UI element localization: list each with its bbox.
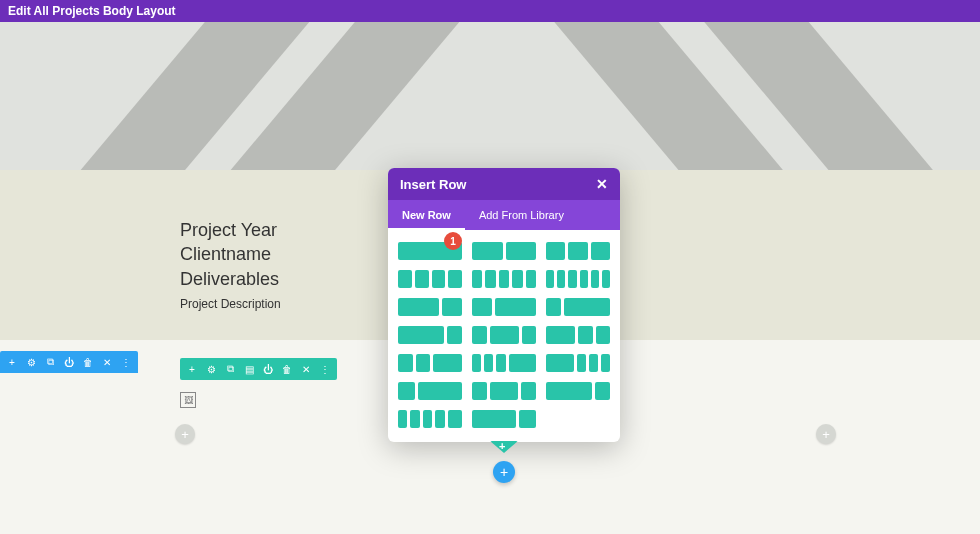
- close-icon[interactable]: ✕: [300, 363, 312, 375]
- layout-3-1[interactable]: [398, 326, 462, 344]
- columns-icon[interactable]: ▤: [243, 363, 255, 375]
- add-section-button[interactable]: +: [816, 424, 836, 444]
- project-client: Clientname: [180, 242, 281, 266]
- modal-body: 1: [388, 230, 620, 442]
- project-title-block: Project Year Clientname Deliverables Pro…: [180, 218, 281, 311]
- layout-wide-narrow-2[interactable]: [472, 410, 536, 428]
- layout-1-2-1[interactable]: [472, 326, 536, 344]
- project-deliverables: Deliverables: [180, 267, 281, 291]
- tab-add-from-library[interactable]: Add From Library: [465, 200, 578, 230]
- empty-slot: [546, 410, 610, 428]
- layout-1-2[interactable]: [472, 298, 536, 316]
- modal-close-icon[interactable]: ✕: [596, 176, 608, 192]
- broken-image-icon: 🖼: [180, 392, 196, 408]
- layout-1-1-2[interactable]: [398, 354, 462, 372]
- step-badge: 1: [444, 232, 462, 250]
- row-toolbar[interactable]: + ⚙ ⧉ ▤ ⏻ 🗑 ✕ ⋮: [180, 358, 337, 380]
- hero-banner: [0, 0, 980, 170]
- add-row-caret[interactable]: [490, 441, 518, 453]
- modal-title: Insert Row: [400, 177, 466, 192]
- layout-6col[interactable]: [546, 270, 610, 288]
- layout-2-1-1[interactable]: [546, 326, 610, 344]
- tab-new-row[interactable]: New Row: [388, 200, 465, 230]
- trash-icon[interactable]: 🗑: [281, 363, 293, 375]
- layout-1-3[interactable]: [546, 298, 610, 316]
- settings-icon[interactable]: ⚙: [205, 363, 217, 375]
- modal-header: Insert Row ✕: [388, 168, 620, 200]
- power-icon[interactable]: ⏻: [262, 363, 274, 375]
- settings-icon[interactable]: ⚙: [25, 356, 37, 368]
- trash-icon[interactable]: 🗑: [82, 356, 94, 368]
- power-icon[interactable]: ⏻: [63, 356, 75, 368]
- layout-3col[interactable]: [546, 242, 610, 260]
- add-icon[interactable]: +: [186, 363, 198, 375]
- close-icon[interactable]: ✕: [101, 356, 113, 368]
- layout-2col[interactable]: [472, 242, 536, 260]
- topbar-title: Edit All Projects Body Layout: [8, 4, 176, 18]
- layout-4col[interactable]: [398, 270, 462, 288]
- add-icon[interactable]: +: [6, 356, 18, 368]
- modal-tabs: New Row Add From Library: [388, 200, 620, 230]
- layout-2-2-bridge[interactable]: [472, 382, 536, 400]
- insert-row-modal: Insert Row ✕ New Row Add From Library 1: [388, 168, 620, 442]
- page-topbar: Edit All Projects Body Layout: [0, 0, 980, 22]
- layout-3-1-1-1[interactable]: [546, 354, 610, 372]
- duplicate-icon[interactable]: ⧉: [224, 363, 236, 375]
- add-section-button[interactable]: +: [493, 461, 515, 483]
- layout-4narrow-wide[interactable]: [398, 410, 462, 428]
- layout-1-3-split[interactable]: [398, 382, 462, 400]
- lower-strip: [0, 515, 980, 534]
- more-icon[interactable]: ⋮: [319, 363, 331, 375]
- layout-5col[interactable]: [472, 270, 536, 288]
- layout-1-1-1-3[interactable]: [472, 354, 536, 372]
- layout-2-1[interactable]: [398, 298, 462, 316]
- layout-wide-narrow[interactable]: [546, 382, 610, 400]
- duplicate-icon[interactable]: ⧉: [44, 356, 56, 368]
- add-section-button[interactable]: +: [175, 424, 195, 444]
- more-icon[interactable]: ⋮: [120, 356, 132, 368]
- insert-row-modal-wrap: Insert Row ✕ New Row Add From Library 1: [388, 168, 620, 483]
- project-year: Project Year: [180, 218, 281, 242]
- project-description: Project Description: [180, 297, 281, 311]
- section-toolbar[interactable]: + ⚙ ⧉ ⏻ 🗑 ✕ ⋮: [0, 351, 138, 373]
